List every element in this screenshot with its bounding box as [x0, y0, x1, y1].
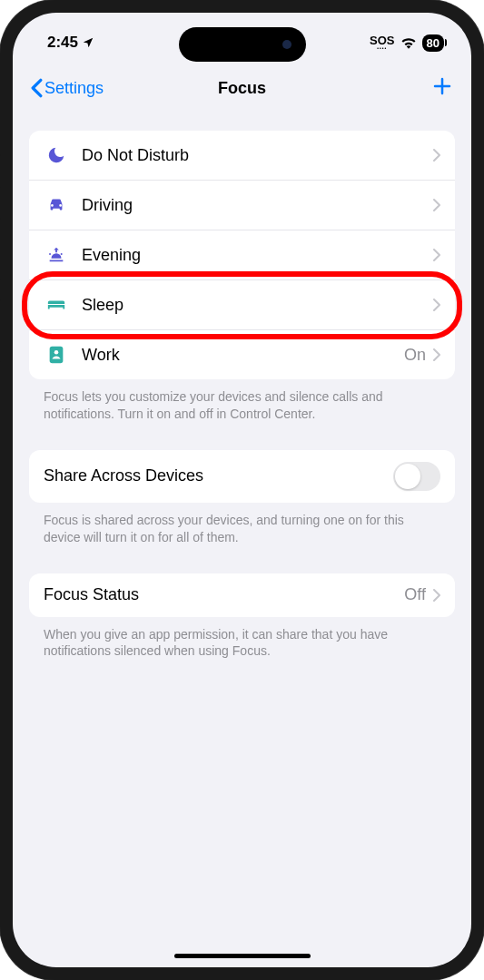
chevron-right-icon — [433, 589, 440, 602]
row-label: Share Across Devices — [44, 466, 393, 485]
focus-row-do-not-disturb[interactable]: Do Not Disturb — [29, 131, 455, 181]
focus-row-sleep[interactable]: Sleep — [29, 280, 455, 330]
back-button[interactable]: Settings — [31, 78, 104, 98]
focus-status-row[interactable]: Focus Status Off — [29, 573, 455, 617]
car-icon — [44, 192, 69, 218]
svg-rect-2 — [50, 347, 64, 363]
row-label: Sleep — [82, 296, 433, 315]
sunset-icon — [44, 242, 69, 268]
chevron-right-icon — [433, 199, 440, 211]
phone-frame: 2:45 SOS •••• 80 Settings Focus — [0, 0, 484, 980]
sos-indicator: SOS •••• — [370, 34, 394, 51]
chevron-right-icon — [433, 149, 440, 162]
status-group: Focus Status Off — [29, 573, 455, 617]
moon-icon — [44, 142, 69, 168]
page-title: Focus — [218, 79, 266, 98]
row-value: Off — [404, 585, 426, 604]
dynamic-island — [179, 27, 306, 62]
share-footer-text: Focus is shared across your devices, and… — [29, 503, 455, 546]
chevron-right-icon — [433, 249, 440, 261]
bed-icon — [44, 292, 69, 318]
status-time: 2:45 — [47, 34, 78, 52]
home-indicator[interactable] — [174, 954, 311, 958]
battery-indicator: 80 — [422, 34, 444, 52]
status-footer-text: When you give an app permission, it can … — [29, 617, 455, 661]
svg-point-3 — [54, 350, 59, 355]
chevron-right-icon — [433, 299, 440, 311]
row-label: Focus Status — [44, 585, 404, 604]
add-button[interactable] — [431, 74, 453, 102]
row-value: On — [404, 346, 426, 365]
focus-row-work[interactable]: Work On — [29, 330, 455, 379]
focus-row-driving[interactable]: Driving — [29, 181, 455, 230]
row-label: Work — [82, 346, 404, 365]
share-toggle[interactable] — [393, 462, 440, 491]
focus-footer-text: Focus lets you customize your devices an… — [29, 379, 455, 423]
chevron-left-icon — [31, 78, 43, 98]
location-icon — [82, 36, 94, 49]
badge-icon — [44, 342, 69, 368]
chevron-right-icon — [433, 348, 440, 361]
phone-screen: 2:45 SOS •••• 80 Settings Focus — [13, 13, 471, 967]
plus-icon — [431, 75, 453, 97]
share-group: Share Across Devices — [29, 450, 455, 503]
row-label: Evening — [82, 246, 433, 265]
share-across-devices-row[interactable]: Share Across Devices — [29, 450, 455, 503]
focus-modes-group: Do Not Disturb Driving Evening — [29, 131, 455, 379]
row-label: Driving — [82, 196, 433, 215]
nav-header: Settings Focus — [13, 64, 471, 114]
row-label: Do Not Disturb — [82, 146, 433, 165]
focus-row-evening[interactable]: Evening — [29, 230, 455, 280]
wifi-icon — [400, 36, 417, 49]
